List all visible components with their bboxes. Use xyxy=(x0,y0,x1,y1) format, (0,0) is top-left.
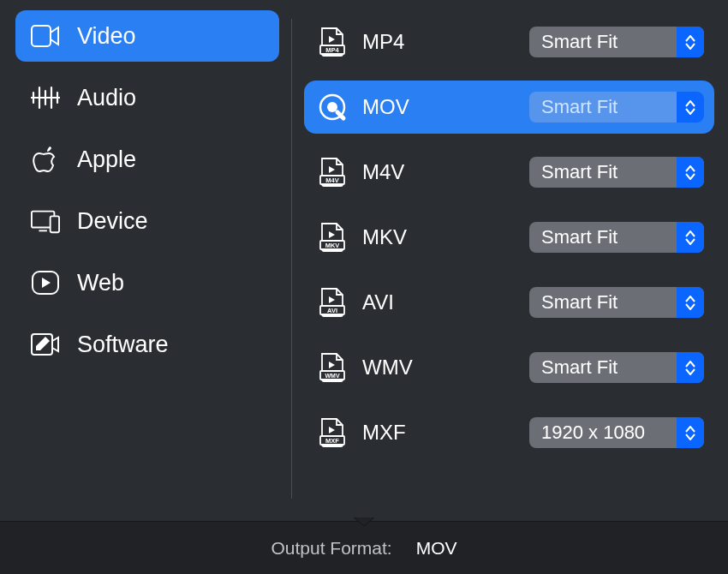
footer-notch-icon xyxy=(354,514,374,529)
size-select-mov[interactable]: Smart Fit xyxy=(529,92,704,123)
audio-waveform-icon xyxy=(31,83,60,112)
sidebar-item-web[interactable]: Web xyxy=(15,257,279,308)
sidebar-item-video[interactable]: Video xyxy=(15,10,279,62)
svg-text:MKV: MKV xyxy=(325,242,340,249)
devices-icon xyxy=(31,206,60,236)
format-label: MOV xyxy=(362,95,514,119)
svg-text:M4V: M4V xyxy=(325,176,338,184)
sidebar-item-device[interactable]: Device xyxy=(15,195,279,247)
file-mkv-icon: MKV xyxy=(318,223,347,252)
format-label: MKV xyxy=(362,225,514,249)
file-m4v-icon: M4V xyxy=(318,158,347,187)
format-item-mov[interactable]: MOV Smart Fit xyxy=(304,81,714,134)
quicktime-icon xyxy=(318,93,347,122)
file-wmv-icon: WMV xyxy=(318,353,347,382)
size-value: Smart Fit xyxy=(529,161,677,183)
play-rounded-icon xyxy=(31,268,60,297)
updown-chevron-icon xyxy=(677,417,704,448)
apple-logo-icon xyxy=(31,145,60,174)
size-select-wmv[interactable]: Smart Fit xyxy=(529,352,704,383)
format-label: AVI xyxy=(362,290,514,314)
svg-rect-0 xyxy=(32,26,51,46)
updown-chevron-icon xyxy=(677,27,704,57)
sidebar-item-label: Audio xyxy=(77,85,136,111)
sidebar-item-label: Web xyxy=(77,270,124,296)
svg-rect-9 xyxy=(51,216,59,232)
size-value: Smart Fit xyxy=(529,356,677,379)
sidebar-item-label: Device xyxy=(77,208,148,235)
size-select-mp4[interactable]: Smart Fit xyxy=(529,27,704,57)
updown-chevron-icon xyxy=(677,157,704,188)
output-format-label: Output Format: xyxy=(271,538,391,559)
sidebar-item-label: Software xyxy=(77,332,169,358)
size-select-m4v[interactable]: Smart Fit xyxy=(529,157,704,188)
updown-chevron-icon xyxy=(677,352,704,383)
format-item-m4v[interactable]: M4V M4V Smart Fit xyxy=(304,146,714,199)
updown-chevron-icon xyxy=(677,92,704,123)
format-label: MXF xyxy=(362,421,514,445)
size-value: Smart Fit xyxy=(529,291,677,314)
updown-chevron-icon xyxy=(677,287,704,318)
size-select-mkv[interactable]: Smart Fit xyxy=(529,222,704,253)
updown-chevron-icon xyxy=(677,222,704,253)
format-label: MP4 xyxy=(362,30,514,54)
format-label: M4V xyxy=(362,160,514,184)
sidebar-item-label: Video xyxy=(77,23,136,50)
file-mp4-icon: MP4 xyxy=(318,27,347,57)
format-item-avi[interactable]: AVI AVI Smart Fit xyxy=(304,276,714,329)
video-camera-icon xyxy=(31,21,60,51)
footer-bar: Output Format: MOV xyxy=(0,521,728,574)
format-item-mkv[interactable]: MKV MKV Smart Fit xyxy=(304,211,714,264)
format-label: WMV xyxy=(362,356,514,380)
size-select-avi[interactable]: Smart Fit xyxy=(529,287,704,318)
format-list: MP4 MP4 Smart Fit xyxy=(292,10,719,517)
sidebar-item-label: Apple xyxy=(77,146,136,173)
output-format-value: MOV xyxy=(416,538,457,559)
svg-text:WMV: WMV xyxy=(325,373,339,379)
size-value: Smart Fit xyxy=(529,226,677,248)
size-value: 1920 x 1080 xyxy=(529,422,677,444)
sidebar-item-apple[interactable]: Apple xyxy=(15,134,279,185)
svg-point-15 xyxy=(327,102,337,112)
format-item-wmv[interactable]: WMV WMV Smart Fit xyxy=(304,341,714,394)
svg-text:MP4: MP4 xyxy=(325,46,339,54)
file-avi-icon: AVI xyxy=(318,288,347,317)
category-sidebar: Video Audio xyxy=(9,10,291,517)
size-value: Smart Fit xyxy=(529,96,677,118)
svg-text:MXF: MXF xyxy=(325,437,339,445)
file-mxf-icon: MXF xyxy=(318,418,347,447)
sidebar-item-software[interactable]: Software xyxy=(15,319,279,370)
edit-video-icon xyxy=(31,330,60,359)
format-item-mxf[interactable]: MXF MXF 1920 x 1080 xyxy=(304,406,714,459)
size-value: Smart Fit xyxy=(529,31,677,53)
format-item-mp4[interactable]: MP4 MP4 Smart Fit xyxy=(304,15,714,69)
size-select-mxf[interactable]: 1920 x 1080 xyxy=(529,417,704,448)
sidebar-item-audio[interactable]: Audio xyxy=(15,72,279,123)
svg-text:AVI: AVI xyxy=(327,307,337,314)
